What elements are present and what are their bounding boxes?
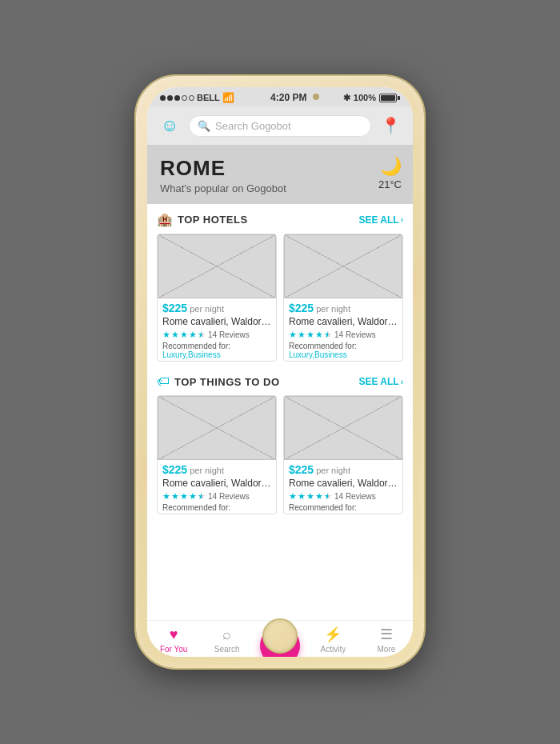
thing-card-2-reviews: 14 Reviews — [334, 492, 376, 501]
star-5-half: ★★ — [198, 330, 206, 340]
things-see-all[interactable]: SEE ALL › — [358, 376, 403, 387]
thing-card-1-reviews: 14 Reviews — [208, 492, 250, 501]
carrier-label: BELL — [197, 93, 220, 102]
hotel-card-1-reviews: 14 Reviews — [208, 330, 250, 339]
star-1: ★ — [289, 330, 297, 340]
battery-pct: 100% — [354, 93, 376, 102]
things-title: TOP THINGS TO DO — [174, 376, 280, 388]
thing-card-2-stars: ★ ★ ★ ★ ★★ 14 Reviews — [284, 491, 402, 503]
thing-card-1-name: Rome cavalieri, Waldorf Ast... — [158, 478, 276, 491]
activity-icon: ⚡ — [324, 626, 342, 643]
search-bar-icon: 🔍 — [198, 120, 210, 132]
things-card-grid: $225 per night Rome cavalieri, Waldorf A… — [157, 395, 403, 514]
nav-for-you-label: For You — [160, 645, 187, 654]
nav-for-you[interactable]: ♥ For You — [147, 626, 200, 654]
hotels-section-header: 🏨 TOP HOTELS SEE ALL › — [157, 212, 403, 227]
wifi-icon: 📶 — [222, 92, 234, 103]
hotel-card-1[interactable]: $225 per night Rome cavalieri, Waldorf A… — [157, 234, 277, 362]
star-3: ★ — [306, 491, 314, 502]
thing-card-2-image — [284, 396, 402, 460]
thing-card-1-price: $225 — [162, 463, 187, 476]
things-icon: 🏷 — [157, 374, 170, 389]
battery-icon — [379, 94, 400, 102]
star-rating-2: ★ ★ ★ ★ ★★ — [289, 330, 332, 340]
hotel-card-1-price-row: $225 per night — [158, 298, 276, 316]
phone-screen: BELL 📶 4:20 PM ✱ 100% ☺ 🔍 Search Gogobot — [147, 87, 413, 657]
thing-card-2-recommend: Recommended for: — [284, 503, 402, 514]
star-rating-3: ★ ★ ★ ★ ★★ — [162, 491, 206, 502]
hotel-card-2-price-label: per night — [316, 304, 350, 314]
thing-card-2-name: Rome cavalieri, Waldorf A... — [284, 478, 402, 491]
location-pin-icon: 📍 — [381, 116, 401, 135]
star-rating: ★ ★ ★ ★ ★★ — [162, 330, 206, 340]
hotel-card-1-name: Rome cavalieri, Waldorf Ast... — [158, 316, 276, 330]
signal-dots — [160, 95, 194, 101]
smiley-icon: ☺ — [161, 115, 178, 136]
nav-activity-label: Activity — [321, 645, 346, 654]
thing-card-1-recommend: Recommended for: — [158, 503, 276, 514]
hotel-card-2[interactable]: $225 per night Rome cavalieri, Waldorf A… — [283, 234, 403, 362]
signal-dot-3 — [174, 95, 180, 101]
star-5-half: ★★ — [324, 330, 332, 340]
nav-search-label: Search — [214, 645, 240, 654]
hotel-card-2-reviews: 14 Reviews — [334, 330, 376, 339]
hotels-icon: 🏨 — [157, 212, 173, 227]
app-header: ☺ 🔍 Search Gogobot 📍 — [147, 106, 413, 145]
hotels-section: 🏨 TOP HOTELS SEE ALL › — [147, 204, 413, 366]
home-button[interactable] — [262, 618, 298, 654]
star-5-half: ★★ — [198, 491, 206, 502]
location-button[interactable]: 📍 — [378, 113, 403, 138]
nav-more[interactable]: ☰ More — [360, 626, 413, 654]
hotel-card-2-price-row: $225 per night — [284, 298, 402, 316]
thing-card-2[interactable]: $225 per night Rome cavalieri, Waldorf A… — [283, 395, 403, 514]
thing-card-1[interactable]: $225 per night Rome cavalieri, Waldorf A… — [157, 395, 277, 514]
smiley-button[interactable]: ☺ — [157, 113, 182, 138]
nav-more-label: More — [377, 645, 395, 654]
status-time: 4:20 PM — [270, 92, 306, 103]
chevron-right-icon-2: › — [401, 378, 403, 386]
star-1: ★ — [289, 491, 297, 502]
thing-card-2-price-label: per night — [316, 466, 350, 475]
hotels-title-wrap: 🏨 TOP HOTELS — [157, 212, 248, 227]
hotels-title: TOP HOTELS — [178, 214, 248, 226]
moon-icon: 🌙 — [380, 156, 402, 177]
star-4: ★ — [315, 330, 323, 340]
hotel-card-1-price: $225 — [162, 302, 187, 314]
star-1: ★ — [162, 330, 170, 340]
hotel-card-2-stars: ★ ★ ★ ★ ★★ 14 Reviews — [284, 330, 402, 342]
star-3: ★ — [180, 491, 188, 502]
hotels-card-grid: $225 per night Rome cavalieri, Waldorf A… — [157, 234, 403, 362]
nav-activity[interactable]: ⚡ Activity — [306, 626, 359, 654]
heart-icon: ♥ — [170, 626, 178, 643]
signal-dot-4 — [182, 95, 187, 101]
hotel-card-2-tags: Luxury,Business — [289, 350, 347, 359]
thing-card-1-stars: ★ ★ ★ ★ ★★ 14 Reviews — [158, 491, 276, 503]
hotel-card-2-image — [284, 234, 402, 298]
thing-card-1-price-row: $225 per night — [158, 460, 276, 478]
star-2: ★ — [298, 330, 306, 340]
chevron-right-icon: › — [401, 215, 403, 224]
hotel-card-1-recommend: Recommended for: Luxury,Business — [158, 342, 276, 361]
things-title-wrap: 🏷 TOP THINGS TO DO — [157, 374, 280, 389]
thing-card-1-image — [158, 396, 276, 460]
hero-subtitle: What's popular on Gogobot — [160, 182, 400, 194]
hotel-card-2-recommend: Recommended for: Luxury,Business — [284, 342, 402, 361]
star-2: ★ — [298, 491, 306, 502]
star-2: ★ — [171, 491, 179, 502]
scroll-content: 🏨 TOP HOTELS SEE ALL › — [147, 204, 413, 620]
search-bar[interactable]: 🔍 Search Gogobot — [189, 115, 371, 137]
signal-dot-5 — [189, 95, 194, 101]
status-bar: BELL 📶 4:20 PM ✱ 100% — [147, 87, 413, 106]
star-2: ★ — [171, 330, 179, 340]
nav-search[interactable]: ⌕ Search — [200, 626, 253, 654]
hotels-see-all[interactable]: SEE ALL › — [358, 214, 403, 226]
search-bar-placeholder: Search Gogobot — [215, 120, 291, 132]
hero-city: ROME — [160, 156, 400, 181]
star-1: ★ — [162, 491, 170, 502]
thing-card-2-price: $225 — [289, 463, 314, 476]
things-section-header: 🏷 TOP THINGS TO DO SEE ALL › — [157, 374, 403, 389]
hotel-card-2-price: $225 — [289, 302, 314, 314]
hero-weather: 🌙 21°C — [378, 156, 402, 190]
hotel-card-1-tags: Luxury,Business — [162, 350, 221, 359]
star-rating-4: ★ ★ ★ ★ ★★ — [289, 491, 332, 502]
